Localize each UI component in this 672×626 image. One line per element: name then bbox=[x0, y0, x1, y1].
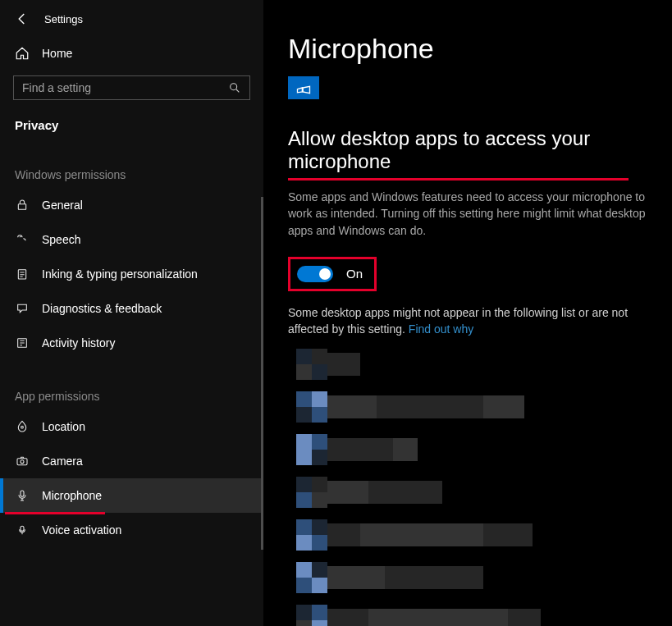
app-name-redacted bbox=[327, 395, 524, 418]
app-tile-icon bbox=[288, 76, 319, 99]
nav-item-microphone[interactable]: Microphone bbox=[0, 478, 263, 513]
sidebar: Settings Home Privacy Windows permission… bbox=[0, 0, 263, 626]
history-icon bbox=[15, 336, 30, 350]
app-name-redacted bbox=[327, 523, 533, 546]
location-icon bbox=[15, 419, 30, 434]
section-heading: Allow desktop apps to access your microp… bbox=[288, 127, 649, 173]
nav-item-inking[interactable]: Inking & typing personalization bbox=[0, 257, 263, 291]
nav-item-speech[interactable]: Speech bbox=[0, 222, 263, 257]
nav-home-label: Home bbox=[42, 47, 72, 60]
app-icon-redacted bbox=[296, 391, 327, 423]
app-row-redacted bbox=[296, 605, 649, 626]
svg-rect-5 bbox=[17, 459, 27, 465]
section-description: Some apps and Windows features need to a… bbox=[288, 189, 649, 239]
find-out-why-link[interactable]: Find out why bbox=[409, 322, 473, 336]
lock-icon bbox=[15, 198, 30, 212]
search-box[interactable] bbox=[13, 75, 250, 100]
back-icon[interactable] bbox=[15, 11, 30, 26]
nav-item-voice-activation[interactable]: Voice activation bbox=[0, 513, 263, 547]
search-icon bbox=[228, 81, 241, 94]
app-icon-redacted bbox=[296, 519, 327, 551]
camera-icon bbox=[15, 454, 30, 468]
current-category: Privacy bbox=[0, 107, 263, 139]
app-name-redacted bbox=[327, 481, 442, 504]
app-row-redacted bbox=[296, 519, 649, 551]
feedback-icon bbox=[15, 301, 30, 316]
nav-label: Location bbox=[42, 420, 85, 433]
nav-label: Microphone bbox=[42, 489, 102, 502]
annotation-red-underline-heading bbox=[288, 178, 629, 180]
toggle-state-label: On bbox=[346, 267, 363, 281]
window-header: Settings bbox=[0, 0, 263, 38]
nav-item-location[interactable]: Location bbox=[0, 409, 263, 444]
app-name-redacted bbox=[327, 566, 483, 589]
app-icon-redacted bbox=[296, 434, 327, 465]
app-name-redacted bbox=[327, 609, 541, 626]
nav-home[interactable]: Home bbox=[0, 38, 263, 69]
app-title: Settings bbox=[44, 13, 83, 25]
nav-label: Inking & typing personalization bbox=[42, 267, 198, 281]
search-wrap bbox=[0, 69, 263, 107]
main-content: Microphone Allow desktop apps to access … bbox=[263, 0, 672, 626]
nav-item-activity-history[interactable]: Activity history bbox=[0, 326, 263, 360]
clipboard-icon bbox=[15, 267, 30, 281]
section-header-app-permissions: App permissions bbox=[0, 360, 263, 409]
voice-activation-icon bbox=[15, 523, 30, 537]
svg-point-6 bbox=[21, 460, 24, 464]
app-icon-redacted bbox=[296, 605, 327, 626]
app-row-redacted bbox=[296, 349, 649, 380]
nav-item-diagnostics[interactable]: Diagnostics & feedback bbox=[0, 291, 263, 326]
svg-point-0 bbox=[231, 84, 237, 90]
app-name-redacted bbox=[327, 353, 360, 376]
svg-rect-8 bbox=[21, 526, 24, 531]
nav-label: Voice activation bbox=[42, 523, 121, 537]
desktop-apps-mic-toggle[interactable] bbox=[297, 266, 333, 282]
app-name-redacted bbox=[327, 438, 418, 461]
svg-rect-7 bbox=[21, 491, 24, 496]
app-row-redacted bbox=[296, 477, 649, 508]
annotation-red-box: On bbox=[288, 257, 377, 291]
app-icon-redacted bbox=[296, 562, 327, 593]
app-row-redacted bbox=[296, 562, 649, 593]
search-input[interactable] bbox=[22, 81, 228, 94]
nav-label: Diagnostics & feedback bbox=[42, 302, 162, 315]
app-row-redacted bbox=[296, 391, 649, 423]
nav-label: Activity history bbox=[42, 336, 115, 350]
nav-label: Camera bbox=[42, 455, 83, 468]
app-icon-redacted bbox=[296, 349, 327, 380]
desktop-apps-list bbox=[296, 349, 649, 626]
nav-label: Speech bbox=[42, 233, 80, 246]
speech-icon bbox=[15, 232, 30, 247]
svg-rect-1 bbox=[18, 204, 25, 210]
section-header-windows-permissions: Windows permissions bbox=[0, 139, 263, 188]
svg-point-4 bbox=[21, 426, 24, 428]
microphone-icon bbox=[15, 488, 30, 503]
section-description-2: Some desktop apps might not appear in th… bbox=[288, 304, 649, 338]
home-icon bbox=[15, 46, 30, 61]
page-title: Microphone bbox=[288, 33, 649, 65]
nav-item-general[interactable]: General bbox=[0, 188, 263, 222]
app-row-redacted bbox=[296, 434, 649, 465]
nav-label: General bbox=[42, 199, 83, 212]
nav-item-camera[interactable]: Camera bbox=[0, 444, 263, 478]
app-icon-redacted bbox=[296, 477, 327, 508]
